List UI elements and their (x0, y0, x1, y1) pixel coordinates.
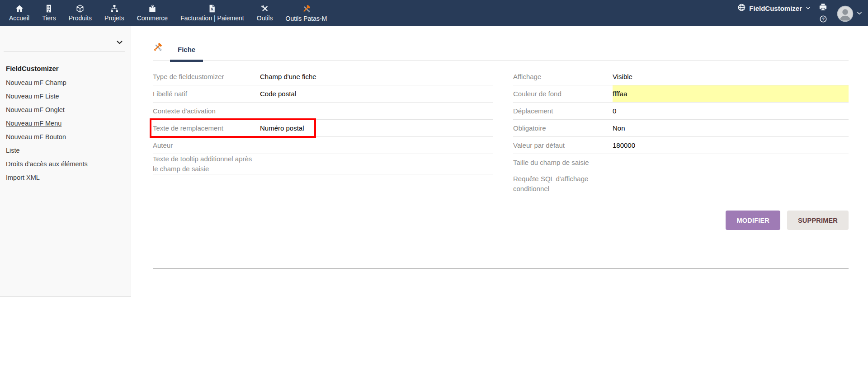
field-value (613, 171, 849, 197)
tab-bar: Fiche (153, 26, 849, 61)
nav-item-commerce[interactable]: Commerce (131, 0, 174, 26)
svg-text:$: $ (211, 7, 213, 11)
tab-fiche[interactable]: Fiche (170, 42, 203, 62)
field-label: Taille du champ de saisie (513, 158, 613, 168)
field-row: Type de fieldcustomizer Champ d'une fich… (153, 68, 493, 85)
field-row: Affichage Visible (513, 68, 849, 85)
nav-item-projets[interactable]: Projets (98, 0, 131, 26)
avatar[interactable] (837, 5, 854, 24)
user-context-label: FieldCustomizer (749, 5, 802, 12)
field-value: Visible (613, 68, 849, 85)
sidebar-menu: Nouveau mF Champ Nouveau mF Liste Nouvea… (0, 76, 131, 184)
field-value (260, 103, 493, 119)
field-row: Contexte d'activation (153, 103, 493, 120)
field-label: Libellé natif (153, 89, 260, 99)
field-value-background-color: ffffaa (613, 85, 849, 102)
chevron-down-icon (116, 38, 123, 48)
field-row-texte-de-remplacement: Texte de remplacement Numéro postal (153, 120, 493, 137)
field-label: Couleur de fond (513, 89, 613, 99)
action-buttons: MODIFIER SUPPRIMER (153, 211, 849, 230)
fields-column-right: Affichage Visible Couleur de fond ffffaa… (513, 68, 849, 197)
nav-item-label: Commerce (137, 14, 168, 22)
nav-item-produits[interactable]: Produits (62, 0, 98, 26)
field-row: Requête SQL d'affichage conditionnel (513, 171, 849, 197)
left-sidebar: FieldCustomizer Nouveau mF Champ Nouveau… (0, 26, 131, 297)
modifier-button[interactable]: MODIFIER (726, 211, 780, 230)
nav-item-label: Facturation | Paiement (180, 14, 244, 22)
field-row: Valeur par défaut 180000 (513, 137, 849, 154)
field-row: Auteur (153, 137, 493, 154)
field-value (260, 137, 493, 154)
svg-text:?: ? (822, 17, 825, 21)
field-value: Non (613, 120, 849, 136)
sidebar-heading: FieldCustomizer (6, 65, 131, 72)
field-value: 180000 (613, 137, 849, 154)
patas-tools-icon (302, 4, 311, 14)
nav-item-label: Accueil (9, 14, 29, 22)
bag-icon (148, 4, 157, 13)
nav-item-label: Produits (69, 14, 92, 22)
top-menu: Accueil Tiers Produits Projets Commerce … (0, 0, 333, 26)
field-row: Texte de tooltip additionnel après le ch… (153, 154, 493, 174)
field-row: Taille du champ de saisie (513, 154, 849, 171)
nav-tools-stack: ? (819, 3, 827, 25)
nav-item-tiers[interactable]: Tiers (36, 0, 62, 26)
nav-item-label: Projets (104, 14, 124, 22)
sidebar-divider (4, 52, 125, 52)
field-value: 0 (613, 103, 849, 119)
help-icon[interactable]: ? (819, 15, 827, 25)
sidebar-item-liste[interactable]: Liste (0, 144, 131, 157)
nav-item-accueil[interactable]: Accueil (3, 0, 36, 26)
fields-column-left: Type de fieldcustomizer Champ d'une fich… (153, 68, 493, 197)
sidebar-collapse-toggle[interactable] (0, 26, 131, 51)
chevron-down-icon (805, 5, 811, 12)
field-row: Déplacement 0 (513, 103, 849, 120)
card-bottom-divider (153, 268, 849, 269)
building-icon (44, 4, 53, 13)
field-label: Obligatoire (513, 123, 613, 133)
field-label: Requête SQL d'affichage conditionnel (513, 174, 613, 194)
nav-item-label: Tiers (42, 14, 56, 22)
field-value: Champ d'une fiche (260, 68, 493, 85)
top-navbar: Accueil Tiers Produits Projets Commerce … (0, 0, 868, 26)
sidebar-item-nouveau-mf-bouton[interactable]: Nouveau mF Bouton (0, 130, 131, 144)
invoice-icon: $ (208, 4, 217, 13)
nav-item-facturation[interactable]: $ Facturation | Paiement (174, 0, 250, 26)
field-label: Auteur (153, 141, 260, 150)
globe-icon (737, 3, 746, 13)
module-tools-icon (153, 42, 163, 52)
nav-item-outils[interactable]: Outils (250, 0, 279, 26)
main-content: Fiche Type de fieldcustomizer Champ d'un… (131, 26, 868, 370)
nav-item-outils-patas-m[interactable]: Outils Patas-M (279, 0, 334, 26)
tools-icon (260, 4, 269, 13)
sidebar-item-nouveau-mf-onglet[interactable]: Nouveau mF Onglet (0, 103, 131, 117)
field-label: Texte de tooltip additionnel après le ch… (153, 154, 260, 174)
field-label: Valeur par défaut (513, 141, 613, 150)
printer-icon[interactable] (819, 3, 827, 13)
field-value: Code postal (260, 85, 493, 102)
home-icon (15, 4, 24, 13)
field-value: Numéro postal (260, 120, 493, 136)
sidebar-item-nouveau-mf-champ[interactable]: Nouveau mF Champ (0, 76, 131, 89)
sidebar-item-droits-acces[interactable]: Droits d'accès aux éléments (0, 157, 131, 171)
user-context-menu[interactable]: FieldCustomizer (737, 3, 811, 13)
field-label: Affichage (513, 72, 613, 82)
sidebar-item-import-xml[interactable]: Import XML (0, 171, 131, 184)
nav-item-label: Outils Patas-M (286, 15, 327, 22)
field-row: Obligatoire Non (513, 120, 849, 137)
field-label: Déplacement (513, 106, 613, 116)
nav-item-label: Outils (257, 14, 273, 22)
sitemap-icon (110, 4, 119, 13)
field-row: Libellé natif Code postal (153, 85, 493, 103)
field-label: Contexte d'activation (153, 106, 260, 116)
field-value (613, 154, 849, 171)
supprimer-button[interactable]: SUPPRIMER (787, 211, 849, 230)
navbar-right: FieldCustomizer ? (737, 0, 863, 28)
field-value (260, 154, 493, 174)
chevron-down-icon[interactable] (856, 10, 863, 18)
field-label: Type de fieldcustomizer (153, 72, 260, 82)
sidebar-item-nouveau-mf-menu[interactable]: Nouveau mF Menu (0, 117, 131, 130)
field-label: Texte de remplacement (153, 123, 260, 133)
field-row-couleur-de-fond: Couleur de fond ffffaa (513, 85, 849, 103)
sidebar-item-nouveau-mf-liste[interactable]: Nouveau mF Liste (0, 89, 131, 103)
